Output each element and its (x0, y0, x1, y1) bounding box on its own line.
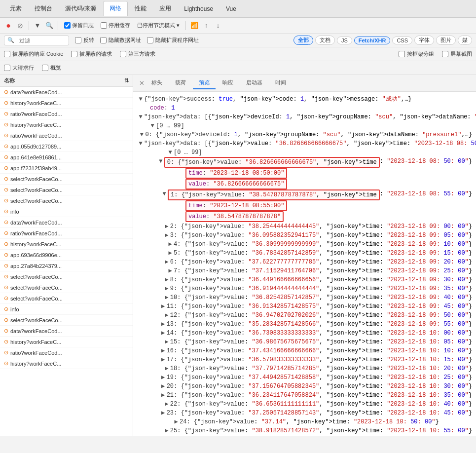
json-toggle[interactable]: ▶ (167, 240, 174, 249)
json-line[interactable]: ▶26: {"json-key">value: "35.231621621621… (137, 435, 472, 436)
json-line[interactable]: ▼[0 … 99] (137, 148, 472, 157)
filter-all[interactable]: 全部 (293, 36, 313, 45)
file-item[interactable]: ⊙app.693e66d9906e... (0, 250, 133, 261)
file-item[interactable]: ⊙ratio?workFaceCod... (0, 228, 133, 239)
resize-handle[interactable]: ⇅ (124, 77, 129, 84)
file-item[interactable]: ⊙select?workFaceCo... (0, 174, 133, 185)
json-toggle[interactable]: ▼ (137, 139, 144, 148)
json-toggle[interactable]: ▶ (160, 346, 167, 355)
json-line[interactable]: ▶25: {"json-key">value: "38.918285714285… (137, 426, 472, 435)
disable-cache-checkbox[interactable]: 停用缓存 (99, 21, 132, 30)
json-toggle[interactable]: ▶ (163, 258, 170, 266)
json-toggle[interactable]: ▶ (160, 382, 167, 391)
json-line[interactable]: ▶3: {"json-key">value: "36.0958823529411… (137, 231, 472, 240)
tab-response[interactable]: 响应 (217, 77, 239, 89)
json-toggle[interactable]: ▶ (163, 293, 170, 302)
json-line[interactable]: ▶2: {"json-key">value: "38.2544444444444… (137, 222, 472, 231)
file-item[interactable]: ⊙data?workFaceCod... (0, 326, 133, 337)
json-line[interactable]: ▼"json-key">data: [{"json-key">deviceId:… (137, 113, 472, 121)
json-line[interactable]: ▶10: {"json-key">value: "36.825428571428… (137, 293, 472, 302)
json-line[interactable]: ▶16: {"json-key">value: "37.434166666666… (137, 346, 472, 355)
tab-headers[interactable]: 标头 (146, 77, 168, 89)
json-toggle[interactable]: ▼ (149, 121, 156, 130)
filter-doc[interactable]: 文档 (315, 36, 335, 45)
search-icon[interactable]: 🔍 (45, 21, 54, 30)
tab-vue[interactable]: Vue (220, 2, 242, 15)
screenshot-option[interactable]: 屏幕截图 (442, 50, 472, 58)
file-item[interactable]: ⊙ratio?workFaceCod... (0, 347, 133, 358)
file-item[interactable]: ⊙ratio?workFaceCod... (0, 109, 133, 119)
json-toggle[interactable]: ▶ (160, 302, 167, 311)
hide-data-urls[interactable]: 隐藏数据网址 (100, 37, 141, 44)
json-toggle[interactable]: ▶ (163, 284, 170, 293)
file-item[interactable]: ⊙select?workFaceCo... (0, 195, 133, 206)
json-line[interactable]: ▼0: {"json-key">deviceId: 1, "json-key">… (137, 130, 472, 139)
file-item[interactable]: ⊙select?workFaceCo... (0, 271, 133, 282)
json-toggle[interactable]: ▶ (160, 391, 167, 400)
json-toggle[interactable]: ▶ (160, 320, 167, 329)
json-line[interactable]: ▶17: {"json-key">value: "36.570833333333… (137, 355, 472, 364)
tab-console[interactable]: 控制台 (29, 1, 58, 16)
json-line[interactable]: ▼[0 … 99] (137, 121, 472, 130)
filter-font[interactable]: 字体 (414, 36, 434, 45)
file-item[interactable]: ⊙select?workFaceCo... (0, 315, 133, 326)
filter-media[interactable]: 媒 (458, 36, 472, 45)
json-line[interactable]: ▶9: {"json-key">value: "36.9194444444444… (137, 284, 472, 293)
tab-payload[interactable]: 载荷 (169, 77, 192, 89)
file-item[interactable]: ⊙history?workFaceC... (0, 239, 133, 250)
group-by-frame-option[interactable]: 按框架分组 (399, 50, 434, 58)
json-toggle[interactable]: ▶ (160, 373, 167, 382)
json-toggle[interactable]: ▶ (163, 400, 170, 409)
overview-filter[interactable]: 概览 (42, 64, 61, 72)
file-item[interactable]: ⊙history?workFaceC... (0, 119, 133, 130)
json-toggle[interactable]: ▶ (163, 222, 170, 231)
json-toggle[interactable]: ▼ (137, 95, 144, 104)
json-line[interactable]: ▼{"json-key">success: true, "json-key">c… (137, 95, 472, 104)
stop-button[interactable]: ⊘ (16, 21, 25, 30)
json-toggle[interactable]: ▼ (137, 113, 144, 121)
json-line[interactable]: ▶8: {"json-key">value: "36.4491666666666… (137, 275, 472, 284)
json-line[interactable]: ▶22: {"json-key">value: "36.653611111111… (137, 400, 472, 409)
file-item[interactable]: ⊙history?workFaceC... (0, 98, 133, 109)
filter-fetch-xhr[interactable]: Fetch/XHR (354, 37, 391, 44)
tab-timing[interactable]: 时间 (269, 77, 292, 89)
record-button[interactable]: ● (4, 21, 13, 30)
blocked-req-filter[interactable]: 被屏蔽的请求 (71, 50, 112, 58)
json-line[interactable]: ▶18: {"json-key">value: "37.797142857142… (137, 364, 472, 373)
json-line[interactable]: ▶4: {"json-key">value: "36.3099999999999… (137, 240, 472, 249)
json-toggle[interactable]: ▶ (163, 364, 170, 373)
download-icon[interactable]: ↓ (214, 21, 222, 30)
json-toggle[interactable]: ▶ (160, 355, 167, 364)
file-item[interactable]: ⊙history?workFaceC... (0, 358, 133, 369)
file-item[interactable]: ⊙select?workFaceCo... (0, 185, 133, 195)
tab-network[interactable]: 网络 (103, 1, 128, 16)
tab-performance[interactable]: 性能 (129, 1, 152, 16)
json-line[interactable]: ▶14: {"json-key">value: "36.730833333333… (137, 329, 472, 338)
json-toggle[interactable]: ▶ (167, 249, 174, 258)
json-line[interactable]: ▶24: {"json-key">value: "37.14", "json-k… (137, 417, 472, 426)
third-party-filter[interactable]: 第三方请求 (120, 50, 155, 58)
json-toggle[interactable]: ▶ (163, 426, 170, 435)
json-toggle[interactable]: ▶ (160, 409, 167, 417)
json-line[interactable]: ▶19: {"json-key">value: "37.449428571428… (137, 373, 472, 382)
json-line[interactable]: ▶20: {"json-key">value: "37.156764705882… (137, 382, 472, 391)
filter-input[interactable] (16, 37, 66, 44)
json-toggle[interactable]: ▶ (163, 338, 170, 346)
json-line[interactable]: ▶15: {"json-key">value: "36.986756756756… (137, 338, 472, 346)
file-item[interactable]: ⊙info (0, 206, 133, 217)
wifi-icon[interactable]: 📶 (190, 21, 199, 30)
filter-js[interactable]: JS (337, 37, 352, 44)
file-item[interactable]: ⊙app.27a84b224379... (0, 261, 133, 271)
blocked-cookie-filter[interactable]: 被屏蔽的响应 Cookie (4, 50, 63, 58)
filter-css[interactable]: CSS (392, 37, 412, 44)
tab-elements[interactable]: 元素 (4, 1, 28, 16)
json-line[interactable]: ▶23: {"json-key">value: "37.250571428857… (137, 409, 472, 417)
upload-icon[interactable]: ↑ (202, 21, 211, 30)
close-preview-button[interactable]: ✕ (139, 79, 145, 87)
json-toggle[interactable]: ▶ (160, 329, 167, 338)
file-item[interactable]: ⊙select?workFaceCo... (0, 293, 133, 304)
json-toggle[interactable]: ▼ (157, 157, 164, 166)
json-toggle[interactable]: ▶ (163, 311, 170, 320)
tab-application[interactable]: 应用 (153, 1, 177, 16)
json-line[interactable]: ▶12: {"json-key">value: "36.947027027020… (137, 311, 472, 320)
